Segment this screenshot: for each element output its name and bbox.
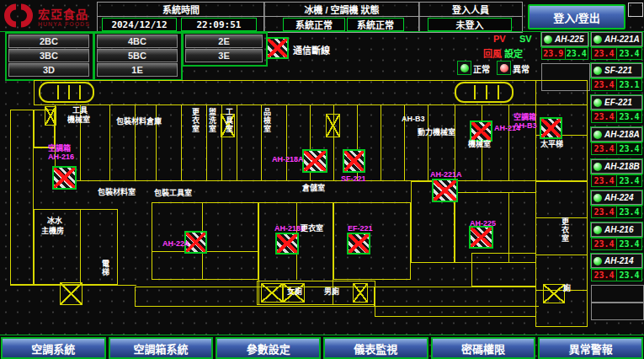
pv-value: 23.4	[592, 206, 617, 217]
unit-ef-221[interactable]: EF-221	[591, 95, 642, 110]
sv-value: 23.4	[617, 143, 641, 154]
green-light-icon	[593, 67, 602, 75]
plan-wall	[206, 104, 207, 181]
floor-button-3e[interactable]: 3E	[185, 49, 263, 62]
unit-name: AH-214	[604, 256, 633, 265]
device-ef-221-label: EF-221	[348, 224, 373, 233]
nav-divider	[0, 335, 644, 335]
unit-ah-218b[interactable]: AH-218B	[591, 159, 642, 174]
stair-step	[498, 85, 499, 99]
unit-name: AH-218A	[604, 130, 640, 139]
unit-ah-225[interactable]: AH-225	[541, 32, 588, 46]
unit-sf-221[interactable]: SF-221	[591, 63, 642, 78]
nav-password-auth[interactable]: 密碼權限	[431, 337, 536, 359]
device-ah-218a-comm-fail-icon[interactable]	[302, 149, 327, 173]
plan-wall	[286, 104, 287, 181]
device-ah-216-comm-fail-icon[interactable]	[52, 166, 77, 190]
floor-button-1e[interactable]: 1E	[97, 63, 178, 77]
unit-name: AH-224	[604, 193, 633, 202]
device-ah-225-comm-fail-icon[interactable]	[469, 226, 493, 249]
nav-param-settings[interactable]: 參數設定	[216, 337, 321, 359]
system-time-value: 22:09:51	[181, 18, 257, 31]
login-user-value: 未登入	[428, 18, 512, 31]
plan-wall	[135, 306, 539, 307]
unit-ah-216[interactable]: AH-216	[591, 222, 642, 237]
login-label: 登入人員	[419, 3, 522, 17]
floor-button-5bc[interactable]: 5BC	[97, 49, 178, 62]
shaft-x-icon	[261, 283, 283, 303]
device-ef-221-comm-fail-icon[interactable]	[347, 233, 370, 255]
room-label: 工具	[72, 106, 88, 115]
floor-button-3d[interactable]: 3D	[8, 63, 89, 77]
device-ah-221a-label: AH-221A	[430, 170, 462, 179]
green-light-icon	[593, 194, 602, 202]
stair-step	[474, 85, 476, 99]
nav-meter-monitor[interactable]: 儀表監視	[323, 337, 428, 359]
green-light-icon	[593, 226, 602, 234]
device-ah-224-label: AH-224	[162, 239, 189, 248]
green-light-icon	[593, 99, 602, 107]
stair-step	[68, 85, 70, 99]
unit-name: AH-216	[604, 225, 633, 234]
shaft-x-icon	[543, 284, 565, 303]
stairs-icon	[455, 82, 514, 103]
comm-fail-legend-icon	[266, 37, 289, 59]
unit-ah-225-values: 23.923.4	[541, 47, 588, 60]
pv-value: 23.4	[592, 48, 617, 59]
pv-header: PV	[493, 34, 506, 44]
hmi-screen: 宏亞食品 HUNYA FOODS 系統時間 2024/12/12 22:09:5…	[0, 0, 644, 359]
device-ah-b3-comm-fail-icon[interactable]	[540, 117, 562, 139]
unit-ah-221a[interactable]: AH-221A	[591, 32, 642, 46]
floor-button-2bc[interactable]: 2BC	[8, 35, 89, 48]
unit-name: EF-221	[604, 98, 632, 107]
device-ah-218b-comm-fail-icon[interactable]	[275, 233, 299, 255]
floor-button-3bc[interactable]: 3BC	[8, 49, 89, 62]
unit-ah-218a-values: 23.423.4	[591, 142, 642, 155]
room-label: 更衣室	[561, 217, 569, 243]
nav-ahu-system[interactable]: 空調箱系統	[109, 337, 214, 359]
nav-ac-system[interactable]: 空調系統	[1, 337, 106, 359]
green-light-icon	[593, 257, 602, 265]
floor-button-2e[interactable]: 2E	[185, 35, 263, 48]
system-date-value: 2024/12/12	[102, 18, 177, 31]
device-ah-214-comm-fail-icon[interactable]	[470, 121, 492, 142]
unit-name: AH-218B	[604, 162, 640, 171]
brand-logo-icon	[3, 3, 34, 32]
device-ah-221a-comm-fail-icon[interactable]	[432, 179, 458, 202]
plan-wall	[10, 110, 34, 285]
unit-name: AH-225	[555, 35, 583, 44]
unit-sf-221-values: 23.423.1	[591, 78, 642, 91]
device-sf-221-comm-fail-icon[interactable]	[343, 149, 365, 173]
plan-wall	[80, 209, 81, 285]
plan-wall	[156, 104, 157, 181]
room-label: 品檢室	[263, 108, 271, 133]
sv-value: 23.4	[617, 111, 641, 122]
nav-alarm[interactable]: 異常警報	[538, 337, 643, 359]
plan-wall	[508, 104, 509, 181]
plan-wall	[333, 202, 411, 280]
floor-button-4bc[interactable]: 4BC	[97, 35, 178, 48]
room-label: 男廁	[324, 287, 339, 296]
abnormal-legend-label: 異常	[513, 62, 530, 75]
unit-name: SF-221	[604, 66, 632, 75]
room-label: 主機房	[41, 227, 64, 235]
unit-ah-224[interactable]: AH-224	[591, 190, 642, 205]
plan-wall	[428, 104, 428, 181]
red-light-icon	[500, 64, 508, 72]
plan-wall	[535, 181, 588, 182]
pv-value: 23.9	[542, 48, 566, 59]
pv-sub-header: 回風	[483, 46, 502, 60]
normal-legend-label: 正常	[473, 62, 490, 75]
plan-wall	[471, 253, 536, 287]
plan-wall	[535, 255, 588, 255]
green-light-icon	[460, 64, 469, 72]
unit-ah-214[interactable]: AH-214	[591, 254, 642, 268]
unit-ah-218a[interactable]: AH-218A	[591, 127, 642, 142]
login-logout-button[interactable]: 登入/登出	[528, 4, 625, 29]
unit-name: AH-221A	[604, 35, 640, 44]
stair-step	[486, 85, 487, 99]
sv-value: 23.4	[617, 270, 641, 281]
room-label: 更衣室	[301, 224, 323, 233]
machine-status-label: 冰機 / 空調機 狀態	[264, 3, 419, 17]
pv-value: 23.4	[592, 270, 617, 281]
